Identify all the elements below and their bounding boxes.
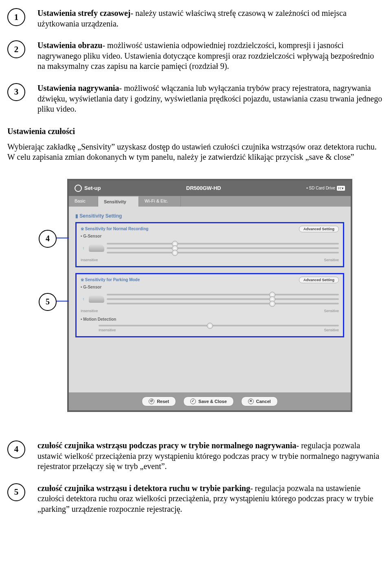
gsensor-label-2: • G-Sensor bbox=[81, 285, 339, 289]
drive-select[interactable]: H:▾ bbox=[337, 186, 345, 191]
motion-detection-label: • Motion Detection bbox=[81, 317, 339, 322]
advanced-setting-button-1[interactable]: Advanced Setting bbox=[299, 226, 339, 232]
tab-bar: Basic Sensitivity Wi-Fi & Etc. bbox=[69, 196, 351, 207]
car-icon bbox=[89, 244, 104, 252]
slider-g1-a[interactable] bbox=[107, 243, 339, 244]
item-text: Ustawienia obrazu- możliwość ustawienia … bbox=[37, 40, 384, 72]
intro-text: Wybierając zakładkę „Sensivity” uzyskasz… bbox=[7, 142, 384, 163]
item-text: Ustawienia strefy czasowej- należy ustaw… bbox=[37, 8, 384, 29]
item-bold: Ustawienia obrazu bbox=[37, 41, 102, 50]
item-number: 3 bbox=[7, 83, 25, 101]
section-heading: Ustawienia czułości bbox=[7, 127, 384, 136]
item-bold: czułość czujnika wstrząsu podczas pracy … bbox=[37, 441, 297, 450]
callout-5: 5 bbox=[39, 293, 57, 311]
item-bold: czułość czujnika wstrząsu i detektora ru… bbox=[37, 484, 250, 493]
numbered-item: 4czułość czujnika wstrząsu podczas pracy… bbox=[7, 440, 384, 472]
item-text: Ustawienia nagrywania- możliwość włączan… bbox=[37, 83, 384, 115]
slider-g1-c[interactable] bbox=[107, 252, 339, 253]
gsensor-label-1: • G-Sensor bbox=[81, 234, 339, 238]
slider-motion[interactable] bbox=[99, 325, 339, 326]
footer-bar: ↺Reset ✓Save & Close ✕Cancel bbox=[69, 392, 351, 410]
car-icon bbox=[89, 295, 104, 303]
group1-title: ※ Sensitivity for Normal Recording bbox=[81, 227, 148, 231]
item-text: czułość czujnika wstrząsu i detektora ru… bbox=[37, 483, 384, 515]
slider-g2-b[interactable] bbox=[107, 298, 339, 300]
item-bold: Ustawienia nagrywania bbox=[37, 84, 119, 92]
axis-arrows-icon: ↕ bbox=[81, 293, 86, 305]
cancel-icon: ✕ bbox=[248, 399, 254, 404]
advanced-setting-button-2[interactable]: Advanced Setting bbox=[299, 277, 339, 283]
item-bold: Ustawienia strefy czasowej bbox=[37, 9, 130, 18]
insensitive-label-1: Insensitive bbox=[81, 258, 98, 262]
insensitive-label-2: Insensitive bbox=[81, 309, 98, 313]
group-parking-mode: ※ Sensitivity for Parking Mode Advanced … bbox=[75, 273, 344, 337]
slider-g2-c[interactable] bbox=[107, 303, 339, 304]
insensitive-label-3: Insensitive bbox=[99, 328, 116, 332]
tab-wifi[interactable]: Wi-Fi & Etc. bbox=[139, 196, 181, 207]
item-number: 5 bbox=[7, 483, 25, 501]
save-close-button[interactable]: ✓Save & Close bbox=[183, 396, 234, 406]
cancel-button[interactable]: ✕Cancel bbox=[241, 396, 278, 406]
group2-title: ※ Sensitivity for Parking Mode bbox=[81, 277, 140, 282]
reset-button[interactable]: ↺Reset bbox=[142, 396, 176, 406]
group-normal-recording: ※ Sensitivity for Normal Recording Advan… bbox=[75, 222, 344, 267]
tab-basic[interactable]: Basic bbox=[69, 196, 98, 207]
sensitive-label-1: Sensitive bbox=[324, 258, 339, 262]
window-titlebar: Set-up DR500GW-HD • SD Card DriveH:▾ bbox=[69, 181, 351, 196]
item-number: 4 bbox=[7, 440, 25, 458]
save-icon: ✓ bbox=[190, 399, 196, 404]
item-number: 1 bbox=[7, 8, 25, 26]
slider-g2-a[interactable] bbox=[107, 294, 339, 295]
tab-sensitivity[interactable]: Sensitivity bbox=[98, 196, 139, 207]
numbered-item: 3Ustawienia nagrywania- możliwość włącza… bbox=[7, 83, 384, 115]
numbered-item: 2Ustawienia obrazu- możliwość ustawienia… bbox=[7, 40, 384, 72]
axis-arrows-icon: ↕ bbox=[81, 242, 86, 254]
numbered-item: 1Ustawienia strefy czasowej- należy usta… bbox=[7, 8, 384, 29]
sd-card-label: • SD Card Drive bbox=[306, 186, 335, 190]
item-text: czułość czujnika wstrząsu podczas pracy … bbox=[37, 440, 384, 472]
sensitive-label-3: Sensitive bbox=[324, 328, 339, 332]
settings-window: Set-up DR500GW-HD • SD Card DriveH:▾ Bas… bbox=[67, 179, 352, 412]
callout-4: 4 bbox=[39, 230, 57, 248]
sensitive-label-2: Sensitive bbox=[324, 309, 339, 313]
panel-title: Sensitivity Setting bbox=[75, 213, 344, 219]
setup-label: Set-up bbox=[84, 185, 101, 191]
model-label: DR500GW-HD bbox=[101, 185, 306, 191]
slider-g1-b[interactable] bbox=[107, 247, 339, 249]
item-number: 2 bbox=[7, 40, 25, 58]
screenshot-wrapper: 4 5 6 Set-up DR500GW-HD • SD Card DriveH… bbox=[39, 179, 352, 412]
gear-icon bbox=[75, 185, 82, 192]
reset-icon: ↺ bbox=[149, 399, 154, 404]
numbered-item: 5czułość czujnika wstrząsu i detektora r… bbox=[7, 483, 384, 515]
